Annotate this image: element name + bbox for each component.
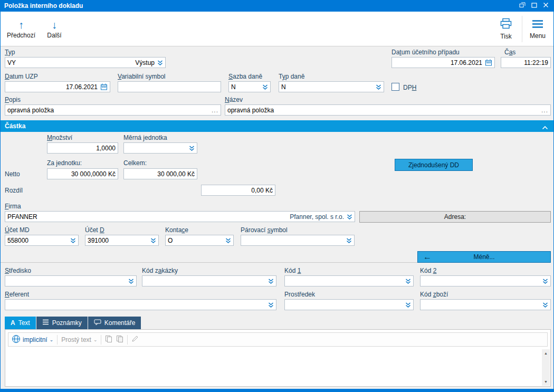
tab-komentare-label: Komentáře [104,319,136,327]
firma-combo[interactable]: PFANNER Pfanner, spol. s r.o. [5,211,355,222]
tab-text[interactable]: A Text [5,317,36,329]
kod-1-combo[interactable] [284,275,414,286]
maximize-icon [531,2,537,9]
format-select[interactable]: Prostý text ⌄ [61,336,97,343]
kod-zakazky-combo[interactable] [142,275,276,286]
dropdown-icon[interactable] [542,302,548,308]
kod-zbozi-combo[interactable] [420,299,551,310]
prostredek-combo[interactable] [284,299,414,310]
rozdil-label: Rozdíl [5,187,23,194]
prostredek-label: Prostředek [284,291,315,298]
variabilni-symbol-field[interactable] [118,81,221,92]
zjednoduseny-dd-button[interactable]: Zjednodušený DD [395,159,473,171]
netto-za-jednotku-value: 30 000,0000 Kč [50,170,116,178]
dropdown-icon[interactable] [150,237,156,244]
netto-label: Netto [5,170,20,178]
dropdown-icon[interactable] [347,214,352,220]
ucet-d-combo[interactable]: 391000 [85,235,159,246]
mene-button[interactable]: ← Méně... [417,251,551,263]
dropdown-icon[interactable] [405,302,411,308]
netto-za-jednotku-field[interactable]: 30 000,0000 Kč [47,168,118,179]
menu-button[interactable]: Menu [525,14,550,44]
copy-button[interactable] [105,335,112,345]
ellipsis-icon[interactable]: ... [212,107,218,114]
dropdown-icon[interactable] [189,145,195,151]
tab-komentare[interactable]: Komentáře [88,317,141,329]
kod-2-combo[interactable] [420,275,551,286]
editor-toolbar: implicitní ⌄ Prostý text ⌄ [8,332,548,347]
ellipsis-icon[interactable]: ... [541,107,548,114]
kontace-combo[interactable]: O [165,235,234,246]
dropdown-icon[interactable] [262,84,268,90]
datum-ucetniho-pripadu-field[interactable]: 17.06.2021 [391,57,495,68]
maximize-button[interactable] [528,1,540,11]
paste-button[interactable] [116,335,123,345]
dropdown-icon[interactable] [376,84,381,90]
dropdown-icon[interactable] [405,278,411,284]
sazba-dane-combo[interactable]: N [228,81,271,92]
vertical-scrollbar[interactable]: ▲ ▼ [542,349,550,386]
dph-checkbox[interactable] [391,83,399,91]
dph-label: DPH [403,84,416,91]
dropdown-icon[interactable] [268,302,274,308]
print-label: Tisk [500,33,512,40]
dropdown-icon[interactable] [128,278,134,284]
datum-ucetniho-pripadu-value: 17.06.2021 [394,59,482,66]
next-button[interactable]: ↓ Další [42,14,67,44]
datum-uzp-label: Datum UZP [5,73,38,80]
typ-combo[interactable]: VY Výstup [5,57,166,68]
sazba-dane-value: N [231,83,260,91]
referent-combo[interactable] [5,299,276,310]
dropdown-icon[interactable] [157,60,163,66]
merna-jednotka-combo[interactable] [123,142,197,154]
adresa-button[interactable]: Adresa: [359,211,551,223]
parovaci-symbol-combo[interactable] [241,235,355,246]
dropdown-icon[interactable] [268,278,274,284]
firma-code: PFANNER [7,213,290,221]
calendar-icon[interactable] [100,83,108,90]
netto-celkem-field[interactable]: 30 000,00 Kč [123,168,197,179]
scroll-up-button[interactable]: ▲ [542,349,550,357]
referent-label: Referent [5,291,29,298]
firma-label: Firma [5,203,21,210]
zjednoduseny-dd-label: Zjednodušený DD [408,161,459,169]
previous-button[interactable]: ↑ Předchozí [4,14,39,44]
close-button[interactable] [540,1,551,11]
typ-dane-combo[interactable]: N [279,81,384,92]
netto-celkem-value: 30 000,00 Kč [126,170,195,178]
titlebar: Položka interního dokladu [1,0,553,12]
dropdown-icon[interactable] [70,237,76,244]
typ-dane-value: N [281,83,373,91]
comment-bubble-icon [94,319,101,327]
popis-field[interactable]: opravná položka ... [5,104,221,116]
cas-field[interactable]: 11:22:19 [501,57,551,68]
chevron-up-icon[interactable] [542,124,548,131]
text-content-area[interactable] [6,349,541,386]
stredisko-label: Středisko [5,267,31,274]
kod-zbozi-label: Kód zboží [420,291,448,298]
dropdown-icon[interactable] [346,237,352,244]
toolbar-separator [127,335,128,345]
kontace-label: Kontace [165,226,188,234]
language-select[interactable]: implicitní ⌄ [12,334,53,345]
stredisko-combo[interactable] [5,275,137,286]
nazev-field[interactable]: opravná položka ... [225,104,551,116]
merna-jednotka-label: Měrná jednotka [123,134,167,141]
popout-window-button[interactable] [517,1,528,11]
mnozstvi-field[interactable]: 1,0000 [47,142,118,154]
edit-button[interactable] [131,335,139,344]
datum-uzp-field[interactable]: 17.06.2021 [5,81,110,92]
calendar-icon[interactable] [485,59,492,66]
globe-icon [12,334,21,345]
print-button[interactable]: Tisk [493,14,519,44]
scroll-down-button[interactable]: ▼ [542,378,550,386]
ucet-md-combo[interactable]: 558000 [5,235,79,246]
tab-poznamky[interactable]: Poznámky [36,317,88,329]
za-jednotku-label: Za jednotku: [47,159,82,167]
dropdown-icon[interactable] [542,278,548,284]
rozdil-field[interactable]: 0,00 Kč [201,185,275,196]
dropdown-icon[interactable] [225,237,231,244]
divider-line [1,262,417,263]
castka-section-header[interactable]: Částka [1,120,553,132]
toolbar-separator [57,335,58,345]
